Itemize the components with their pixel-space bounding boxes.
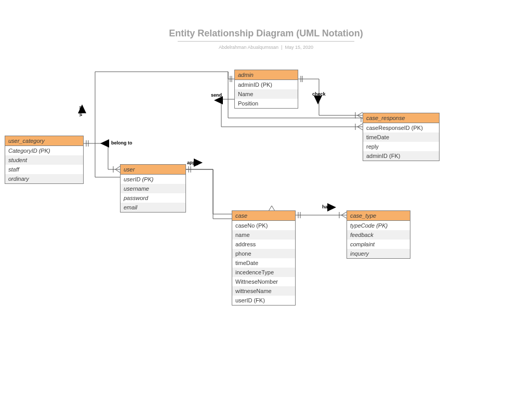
entity-case-type[interactable]: case_type typeCode (PK) feedback complai… <box>347 210 410 259</box>
attr: WittneseNomber <box>232 277 295 286</box>
author: Abdelrahman Abualqumssan <box>219 45 278 50</box>
rel-has-label: has <box>322 204 330 209</box>
entity-case-type-title: case_type <box>347 211 410 221</box>
attr: incedenceType <box>232 268 295 277</box>
attr: adminID (PK) <box>235 80 298 89</box>
attr: student <box>5 155 83 165</box>
attr: phone <box>232 249 295 258</box>
attr: CategoryID (PK) <box>5 146 83 155</box>
attr: caseNo (PK) <box>232 221 295 230</box>
entity-user-title: user <box>121 165 185 175</box>
attr: Position <box>235 99 298 108</box>
rel-apply-label: apply <box>187 160 200 165</box>
rel-view-label: view <box>78 106 83 116</box>
diagram-subtitle: Abdelrahman Abualqumssan | May 15, 2020 <box>0 45 532 50</box>
attr: ordinary <box>5 174 83 183</box>
attr: timeDate <box>232 258 295 268</box>
attr: typeCode (PK) <box>347 221 410 230</box>
attr: userID (FK) <box>232 296 295 305</box>
entity-case-response[interactable]: case_response caseResponseID (PK) timeDa… <box>363 113 440 161</box>
rel-check-label: check <box>312 91 326 97</box>
attr: staff <box>5 165 83 174</box>
attr: password <box>121 193 185 203</box>
attr: wittneseName <box>232 286 295 296</box>
diagram-title: Entity Relationship Diagram (UML Notatio… <box>0 28 532 39</box>
divider: | <box>281 45 282 50</box>
entity-case[interactable]: case caseNo (PK) name address phone time… <box>232 210 296 306</box>
attr: caseResponseID (PK) <box>363 123 439 132</box>
attr: Name <box>235 89 298 99</box>
svg-marker-20 <box>314 96 322 104</box>
attr: timeDate <box>363 132 439 142</box>
attr: inquery <box>347 249 410 258</box>
entity-admin[interactable]: admin adminID (PK) Name Position <box>234 70 298 109</box>
svg-marker-18 <box>100 139 109 148</box>
entity-case-response-title: case_response <box>363 113 439 123</box>
diagram-canvas: view belong to send check apply has user… <box>0 50 532 388</box>
title-underline <box>178 41 354 42</box>
entity-admin-title: admin <box>235 70 298 80</box>
attr: reply <box>363 142 439 151</box>
entity-user-category[interactable]: user_category CategoryID (PK) student st… <box>5 136 84 184</box>
entity-user-category-title: user_category <box>5 136 83 146</box>
attr: username <box>121 184 185 193</box>
attr: adminID (FK) <box>363 151 439 161</box>
rel-belong-to-label: belong to <box>111 140 132 145</box>
rel-send-label: send <box>211 92 222 98</box>
date: May 15, 2020 <box>285 45 313 50</box>
attr: email <box>121 203 185 212</box>
entity-case-title: case <box>232 211 295 221</box>
entity-user[interactable]: user userID (PK) username password email <box>120 164 186 213</box>
attr: name <box>232 230 295 240</box>
attr: complaint <box>347 240 410 249</box>
attr: userID (PK) <box>121 175 185 184</box>
attr: feedback <box>347 230 410 240</box>
attr: address <box>232 240 295 249</box>
